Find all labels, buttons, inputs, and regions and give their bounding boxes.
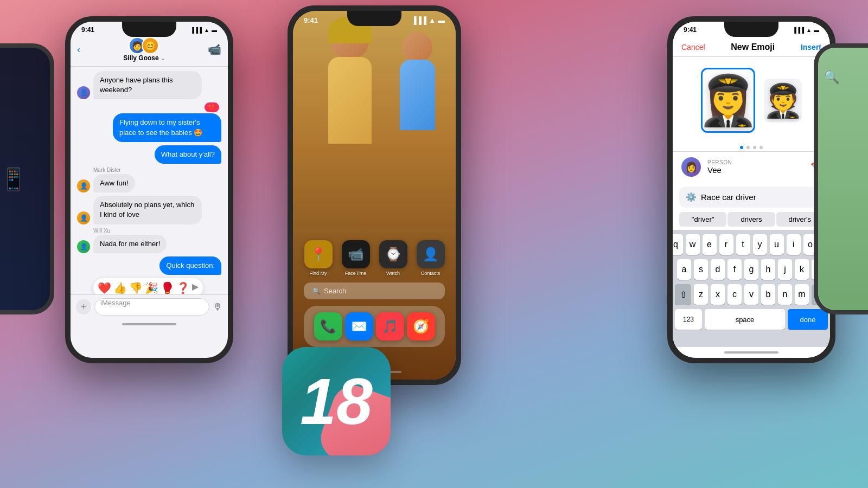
screen-right: 9:41 ▐▐▐ ▲ ▬ Cancel New Emoji Insert 👩‍✈…: [673, 22, 830, 358]
contacts-icon-img: 👤: [417, 240, 445, 268]
input-bar: + iMessage 🎙: [71, 294, 228, 319]
search-bar[interactable]: 🔍 Search: [304, 282, 445, 299]
music-icon-img: 🎵: [376, 312, 404, 341]
dot-1[interactable]: [740, 146, 743, 149]
key-u[interactable]: u: [770, 234, 784, 255]
key-i[interactable]: i: [787, 234, 801, 255]
app-icon-contacts[interactable]: 👤 Contacts: [416, 240, 445, 276]
watch-icon-img: ⌚: [379, 240, 407, 268]
ios18-number: 18: [300, 369, 372, 434]
tapback-thumbsdown[interactable]: 👎: [129, 281, 143, 294]
key-c[interactable]: c: [727, 284, 742, 305]
tapback-thumbsup[interactable]: 👍: [113, 281, 127, 294]
tapback-heart[interactable]: ❤️: [98, 281, 111, 294]
suggestion-drivers[interactable]: drivers: [727, 212, 775, 227]
facetime-label: FaceTime: [345, 271, 367, 276]
insert-button[interactable]: Insert: [801, 43, 821, 52]
figure-child: [385, 33, 450, 174]
app-icon-mail[interactable]: ✉️: [345, 312, 373, 341]
tapback-more[interactable]: ▶: [192, 281, 199, 294]
person-label: PERSON: [707, 159, 804, 165]
key-f[interactable]: f: [727, 259, 742, 280]
done-key[interactable]: done: [788, 309, 828, 330]
key-t[interactable]: t: [736, 234, 750, 255]
time-middle: 9:41: [304, 16, 318, 24]
emoji-main-display[interactable]: 👩‍✈️: [701, 68, 755, 133]
message-row: 👤 Absolutely no plans yet, which I kind …: [77, 196, 221, 224]
key-k[interactable]: k: [795, 259, 809, 280]
emoji-preview: 👩‍✈️ 🧑‍✈️: [673, 57, 830, 144]
key-m[interactable]: m: [795, 284, 809, 305]
phone-emoji: 9:41 ▐▐▐ ▲ ▬ Cancel New Emoji Insert 👩‍✈…: [667, 16, 835, 363]
message-bubble: Anyone have plans this weekend?: [93, 71, 202, 99]
home-bar-right: [673, 347, 830, 358]
watch-label: Watch: [386, 271, 400, 276]
key-v[interactable]: v: [744, 284, 758, 305]
key-s[interactable]: s: [694, 259, 708, 280]
dot-3[interactable]: [753, 146, 756, 149]
wifi-icon-middle: ▲: [429, 16, 436, 24]
key-q[interactable]: q: [673, 234, 683, 255]
key-h[interactable]: h: [761, 259, 775, 280]
body-adult: [328, 57, 372, 144]
app-icon-phone[interactable]: 📞: [314, 312, 342, 341]
key-y[interactable]: y: [753, 234, 767, 255]
key-d[interactable]: d: [711, 259, 725, 280]
phone-homescreen: 9:41 ▐▐▐ ▲ ▬ 📍 Find My 📹 FaceTime: [288, 5, 461, 385]
message-row: Quick question:: [77, 256, 221, 275]
battery-icon: ▬: [212, 27, 217, 33]
time-right: 9:41: [684, 26, 697, 34]
page-dots: [673, 144, 830, 151]
key-g[interactable]: g: [744, 259, 758, 280]
message-row: 👤 Aww fun!: [77, 174, 221, 192]
phone-icon-img: 📞: [314, 312, 342, 341]
emoji-text-input[interactable]: Race car driver: [701, 192, 817, 202]
signal-icon-middle: ▐▐▐: [411, 16, 426, 24]
ios18-badge: 18: [282, 347, 391, 455]
emoji-title: New Emoji: [731, 42, 775, 52]
tapback-row[interactable]: ❤️ 👍 👎 🎉 🥊 ❓ ▶: [93, 278, 203, 294]
facetime-button[interactable]: 📹: [208, 43, 221, 56]
key-b[interactable]: b: [761, 284, 775, 305]
chevron-down-icon: ⌄: [161, 55, 165, 61]
back-button[interactable]: ‹: [77, 44, 80, 55]
dot-2[interactable]: [746, 146, 750, 149]
emoji-alt-display[interactable]: 🧑‍✈️: [764, 79, 802, 122]
key-j[interactable]: j: [778, 259, 792, 280]
key-e[interactable]: e: [703, 234, 717, 255]
emoji-input-icon: ⚙️: [686, 192, 697, 202]
tapback-question[interactable]: ❓: [176, 281, 190, 294]
sender-avatar: 👤: [77, 240, 90, 253]
app-icon-compass[interactable]: 🧭: [407, 312, 435, 341]
key-n[interactable]: n: [778, 284, 792, 305]
keyboard: q w e r t y u i o p a s d f g h j k: [673, 230, 830, 347]
dot-4[interactable]: [760, 146, 763, 149]
space-key[interactable]: space: [705, 309, 785, 330]
app-icon-findmy[interactable]: 📍 Find My: [304, 240, 333, 276]
shift-key[interactable]: ⇧: [675, 284, 691, 305]
key-r[interactable]: r: [719, 234, 733, 255]
mail-icon-img: ✉️: [345, 312, 373, 341]
key-a[interactable]: a: [677, 259, 691, 280]
emoji-figure-main: 👩‍✈️: [701, 76, 755, 125]
suggestion-driver-quoted[interactable]: "driver": [679, 212, 726, 227]
input-placeholder: iMessage: [100, 299, 131, 307]
numbers-key[interactable]: 123: [675, 309, 702, 330]
tapback-fight[interactable]: 🥊: [161, 281, 174, 294]
message-input[interactable]: iMessage: [94, 298, 209, 316]
ios18-icon: 18: [282, 347, 391, 455]
sender-avatar: 👤: [77, 86, 90, 99]
app-icon-facetime[interactable]: 📹 FaceTime: [341, 240, 370, 276]
emoji-input-area[interactable]: ⚙️ Race car driver: [679, 187, 824, 208]
app-icon-watch[interactable]: ⌚ Watch: [379, 240, 407, 276]
microphone-button[interactable]: 🎙: [213, 301, 222, 313]
cancel-button[interactable]: Cancel: [681, 43, 705, 52]
tapback-party[interactable]: 🎉: [145, 281, 158, 294]
add-attachment-button[interactable]: +: [76, 299, 91, 314]
key-x[interactable]: x: [711, 284, 725, 305]
keyboard-row-1: q w e r t y u i o p: [675, 234, 828, 255]
key-w[interactable]: w: [686, 234, 700, 255]
key-z[interactable]: z: [694, 284, 708, 305]
app-icon-music[interactable]: 🎵: [376, 312, 404, 341]
wifi-icon: ▲: [204, 27, 209, 33]
